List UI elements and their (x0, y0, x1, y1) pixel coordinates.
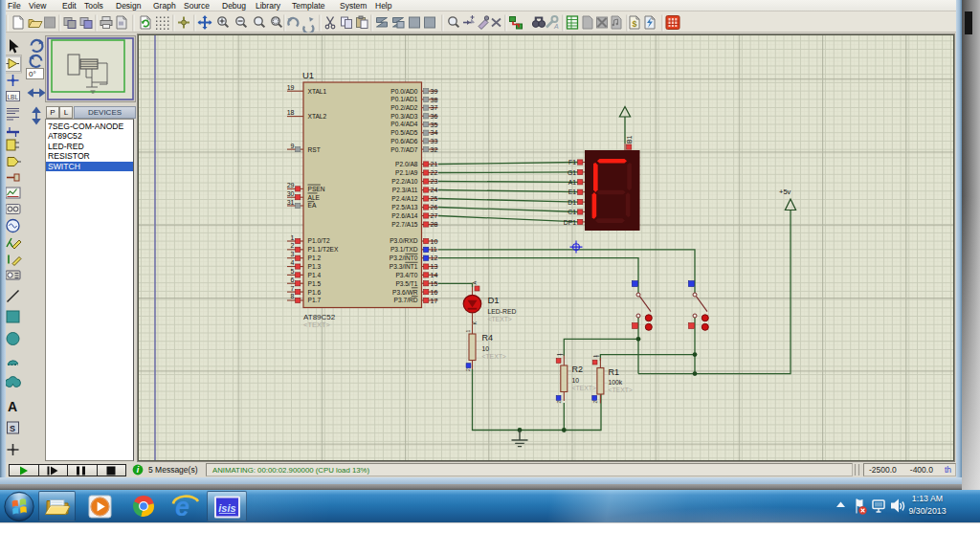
svg-text:+5v: +5v (779, 188, 791, 196)
svg-text:2: 2 (465, 368, 471, 371)
svg-text:37: 37 (431, 104, 438, 111)
svg-text:XTAL1: XTAL1 (308, 88, 327, 95)
svg-text:P0.7/AD7: P0.7/AD7 (390, 146, 418, 153)
svg-text:PSEN: PSEN (308, 186, 325, 192)
svg-text:P3.0/RXD: P3.0/RXD (390, 237, 418, 244)
svg-text:XTAL2: XTAL2 (308, 113, 327, 120)
svg-text:P3.4/T0: P3.4/T0 (395, 272, 417, 278)
svg-text:16: 16 (431, 289, 438, 296)
svg-text:6: 6 (291, 276, 295, 283)
svg-text:E1: E1 (568, 188, 577, 195)
svg-text:LBL: LBL (8, 94, 19, 100)
svg-text:2: 2 (291, 242, 295, 249)
svg-text:DP1: DP1 (564, 219, 576, 226)
svg-text:P2.3/A11: P2.3/A11 (392, 187, 418, 193)
svg-text:<TEXT>: <TEXT> (488, 316, 512, 322)
svg-text:28: 28 (431, 221, 438, 228)
svg-text:30: 30 (287, 190, 295, 197)
svg-text:14: 14 (431, 272, 438, 278)
svg-text:P1.4: P1.4 (308, 272, 322, 278)
svg-text:P2.6/A14: P2.6/A14 (391, 212, 417, 219)
svg-text:36: 36 (431, 113, 438, 120)
svg-text:A: A (8, 399, 17, 414)
svg-text:34: 34 (431, 129, 438, 136)
svg-text:P1.0/T2: P1.0/T2 (308, 237, 330, 244)
svg-text:33: 33 (431, 138, 438, 144)
svg-text:P0.4/AD4: P0.4/AD4 (390, 121, 418, 127)
svg-text:F1: F1 (568, 159, 576, 166)
svg-text:12: 12 (431, 254, 438, 261)
svg-text:<TEXT>: <TEXT> (572, 385, 596, 391)
svg-text:7: 7 (291, 285, 295, 292)
svg-text:P1.2: P1.2 (308, 254, 322, 261)
svg-text:C1: C1 (568, 209, 576, 215)
svg-text:24: 24 (431, 187, 438, 193)
svg-text:P2.1/A9: P2.1/A9 (395, 169, 418, 176)
svg-text:RST: RST (308, 146, 321, 153)
svg-text:R4: R4 (482, 333, 494, 343)
svg-text:R1: R1 (609, 367, 620, 377)
svg-text:27: 27 (431, 212, 438, 219)
svg-text:A: A (553, 23, 559, 30)
svg-text:P1.6: P1.6 (308, 289, 322, 296)
svg-text:8: 8 (291, 293, 295, 299)
svg-text:G1: G1 (568, 169, 576, 176)
svg-text:A1: A1 (568, 179, 577, 186)
svg-text:<TEXT>: <TEXT> (303, 321, 331, 329)
svg-text:1: 1 (556, 353, 562, 356)
svg-text:18: 18 (287, 109, 295, 116)
svg-text:100k: 100k (609, 379, 623, 386)
svg-text:P3.3/INT1: P3.3/INT1 (390, 263, 418, 270)
svg-text:P0.3/AD3: P0.3/AD3 (390, 113, 418, 120)
svg-text:13: 13 (431, 263, 438, 270)
svg-text:P2.4/A12: P2.4/A12 (391, 195, 417, 202)
svg-text:P0.6/AD6: P0.6/AD6 (390, 138, 418, 144)
svg-text:22: 22 (431, 169, 438, 176)
svg-text:<TEXT>: <TEXT> (609, 387, 633, 393)
svg-text:U1: U1 (302, 70, 314, 80)
svg-text:39: 39 (431, 88, 438, 95)
svg-text:29: 29 (287, 182, 295, 188)
svg-text:2: 2 (592, 401, 598, 404)
svg-text:P3.6/WR: P3.6/WR (392, 289, 418, 296)
svg-text:<TEXT>: <TEXT> (482, 353, 506, 360)
svg-text:1: 1 (291, 234, 295, 241)
svg-text:19: 19 (287, 84, 295, 91)
svg-text:35: 35 (431, 122, 438, 128)
svg-text:EA: EA (308, 202, 317, 209)
svg-text:5: 5 (291, 268, 295, 275)
svg-text:P3.1/TXD: P3.1/TXD (390, 246, 418, 253)
svg-text:D1: D1 (568, 199, 576, 206)
svg-text:17: 17 (431, 298, 438, 304)
svg-text:4: 4 (291, 259, 295, 266)
svg-text:S: S (10, 424, 15, 433)
svg-text:10: 10 (572, 377, 580, 384)
svg-text:P1.5: P1.5 (308, 280, 322, 287)
svg-text:D1: D1 (488, 295, 500, 305)
svg-text:P0.1/AD1: P0.1/AD1 (390, 96, 418, 102)
svg-text:25: 25 (431, 195, 438, 202)
svg-text:38: 38 (431, 97, 438, 103)
svg-text:LED-RED: LED-RED (488, 308, 517, 315)
svg-text:11: 11 (431, 246, 437, 253)
svg-text:ALE: ALE (308, 194, 321, 201)
svg-text:P0.5/AD5: P0.5/AD5 (390, 129, 418, 136)
svg-text:B1: B1 (626, 135, 633, 144)
svg-text:10: 10 (482, 345, 490, 352)
svg-text:21: 21 (431, 161, 438, 167)
svg-text:P2.5/A13: P2.5/A13 (391, 204, 417, 210)
svg-text:P2.7/A15: P2.7/A15 (391, 221, 417, 228)
svg-text:P3.2/INT0: P3.2/INT0 (390, 254, 418, 261)
svg-text:31: 31 (287, 199, 295, 206)
svg-text:23: 23 (431, 178, 438, 185)
svg-text:26: 26 (431, 204, 438, 210)
svg-text:$: $ (633, 19, 637, 29)
svg-text:10: 10 (431, 238, 438, 245)
svg-text:A: A (472, 281, 478, 285)
svg-text:32: 32 (431, 146, 438, 153)
svg-text:1: 1 (465, 330, 471, 333)
svg-text:P3.5/T1: P3.5/T1 (395, 280, 417, 287)
svg-text:15: 15 (431, 280, 438, 287)
svg-text:isis: isis (218, 502, 235, 514)
svg-text:9: 9 (291, 143, 295, 149)
